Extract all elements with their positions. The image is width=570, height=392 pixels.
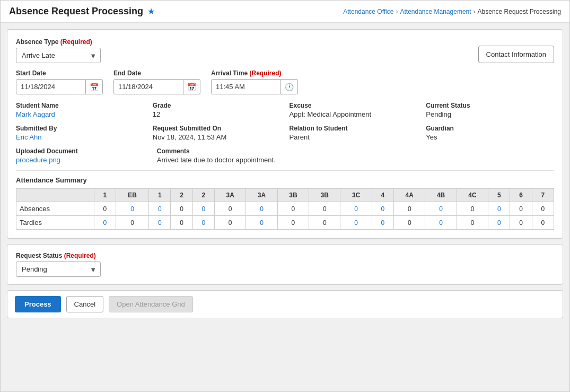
arrival-time-input-wrapper: 🕐: [211, 79, 298, 94]
end-date-input-wrapper: 📅: [113, 79, 200, 94]
end-date-calendar-icon[interactable]: 📅: [183, 80, 200, 94]
start-date-input-wrapper: 📅: [16, 79, 103, 94]
relation-to-student-label: Relation to Student: [290, 125, 418, 132]
dates-row: Start Date 📅 End Date 📅 Arrival Tim: [16, 69, 554, 94]
breadcrumb-item-3: Absence Request Processing: [478, 8, 561, 15]
arrival-time-clock-icon[interactable]: 🕐: [280, 80, 297, 94]
abs-4b[interactable]: 0: [425, 202, 457, 216]
excuse-value: Appt: Medical Appointment: [290, 110, 418, 118]
bottom-actions-bar: Process Cancel Open Attendance Grid: [7, 290, 563, 318]
col-header-3a-a: 3A: [214, 189, 245, 202]
process-button[interactable]: Process: [15, 296, 61, 312]
grade-cell: Grade 12: [153, 102, 281, 118]
excuse-cell: Excuse Appt: Medical Appointment: [290, 102, 418, 118]
tar-1b[interactable]: 0: [149, 216, 171, 230]
arrival-time-input[interactable]: [212, 80, 280, 94]
comments-value: Arrived late due to doctor appointment.: [157, 156, 554, 164]
start-date-field: Start Date 📅: [16, 69, 103, 94]
col-header-5: 5: [488, 189, 510, 202]
comments-label: Comments: [157, 147, 554, 155]
absences-row-label: Absences: [16, 202, 94, 216]
tar-1a[interactable]: 0: [94, 216, 116, 230]
favorite-icon[interactable]: ★: [147, 6, 155, 16]
col-header-3b-a: 3B: [277, 189, 309, 202]
abs-3c[interactable]: 0: [340, 202, 372, 216]
tar-4b[interactable]: 0: [425, 216, 457, 230]
col-header-1a: 1: [94, 189, 116, 202]
grade-label: Grade: [153, 102, 281, 109]
tar-5[interactable]: 0: [488, 216, 510, 230]
table-row: Absences 0 0 0 0 0 0 0 0 0 0 0 0 0: [16, 202, 554, 216]
absence-type-label: Absence Type (Required): [16, 38, 101, 46]
arrival-time-field: Arrival Time (Required) 🕐: [211, 69, 298, 94]
section-divider: [16, 170, 554, 171]
guardian-cell: Guardian Yes: [426, 125, 554, 141]
current-status-label: Current Status: [426, 102, 554, 109]
table-row: Tardies 0 0 0 0 0 0 0 0 0 0 0 0 0: [16, 216, 554, 230]
absence-type-select-wrapper: Arrive Late Early Dismissal Full Day Abs…: [16, 48, 101, 63]
guardian-label: Guardian: [426, 125, 554, 132]
absence-type-required: (Required): [60, 38, 92, 46]
start-date-calendar-icon[interactable]: 📅: [85, 80, 102, 94]
tardies-row-label: Tardies: [16, 216, 94, 230]
attendance-summary-title: Attendance Summary: [16, 176, 554, 184]
tar-3c[interactable]: 0: [340, 216, 372, 230]
guardian-value: Yes: [426, 133, 554, 141]
request-status-select[interactable]: Pending Approved Denied: [16, 262, 101, 277]
attendance-table-header-row: 1 EB 1 2 2 3A 3A 3B 3B 3C 4 4A 4B 4C: [16, 189, 554, 202]
tar-eb: 0: [116, 216, 149, 230]
abs-2a: 0: [171, 202, 192, 216]
breadcrumb-item-2[interactable]: Attendance Management: [400, 8, 471, 15]
tar-2a: 0: [171, 216, 192, 230]
request-submitted-on-cell: Request Submitted On Nov 18, 2024, 11:53…: [153, 125, 281, 141]
col-header-3a-b: 3A: [246, 189, 277, 202]
form-card: Absence Type (Required) Arrive Late Earl…: [7, 29, 563, 239]
start-date-label: Start Date: [16, 69, 103, 77]
uploaded-document-value[interactable]: procedure.png: [16, 156, 148, 164]
cancel-button[interactable]: Cancel: [66, 296, 103, 312]
tar-2b[interactable]: 0: [192, 216, 214, 230]
col-header-2b: 2: [192, 189, 214, 202]
col-header-2a: 2: [171, 189, 192, 202]
request-status-select-wrapper: Pending Approved Denied ▼: [16, 262, 101, 277]
submitted-by-value[interactable]: Eric Ahn: [16, 133, 144, 141]
start-date-input[interactable]: [16, 80, 85, 94]
breadcrumb-sep-1: ›: [396, 8, 398, 15]
abs-5[interactable]: 0: [488, 202, 510, 216]
end-date-input[interactable]: [114, 80, 183, 94]
student-name-value[interactable]: Mark Aagard: [16, 110, 144, 118]
contact-information-button[interactable]: Contact Information: [478, 46, 554, 63]
request-status-card: Request Status (Required) Pending Approv…: [7, 244, 563, 285]
info-grid-1: Student Name Mark Aagard Grade 12 Excuse…: [16, 102, 554, 118]
tar-3a-b[interactable]: 0: [246, 216, 277, 230]
tar-7: 0: [532, 216, 554, 230]
tar-6: 0: [510, 216, 532, 230]
col-header-4a: 4A: [394, 189, 425, 202]
info-grid-2: Submitted By Eric Ahn Request Submitted …: [16, 125, 554, 141]
abs-4c: 0: [457, 202, 488, 216]
col-header-empty: [16, 189, 94, 202]
abs-7: 0: [532, 202, 554, 216]
end-date-label: End Date: [113, 69, 200, 77]
tar-3b-a: 0: [277, 216, 309, 230]
abs-6: 0: [510, 202, 532, 216]
abs-1b[interactable]: 0: [149, 202, 171, 216]
uploaded-document-label: Uploaded Document: [16, 147, 148, 155]
abs-2b[interactable]: 0: [192, 202, 214, 216]
tar-3b-b: 0: [309, 216, 340, 230]
absence-type-select[interactable]: Arrive Late Early Dismissal Full Day Abs…: [16, 48, 101, 63]
abs-eb[interactable]: 0: [116, 202, 149, 216]
comments-cell: Comments Arrived late due to doctor appo…: [157, 147, 554, 164]
abs-4[interactable]: 0: [372, 202, 393, 216]
current-status-value: Pending: [426, 110, 554, 118]
page-title: Absence Request Processing: [9, 6, 143, 17]
tar-4[interactable]: 0: [372, 216, 393, 230]
open-attendance-grid-button: Open Attendance Grid: [109, 296, 193, 312]
arrival-time-label: Arrival Time (Required): [211, 69, 298, 77]
end-date-field: End Date 📅: [113, 69, 200, 94]
breadcrumb-item-1[interactable]: Attendance Office: [343, 8, 393, 15]
abs-3a-b[interactable]: 0: [246, 202, 277, 216]
submitted-by-label: Submitted By: [16, 125, 144, 132]
col-header-eb: EB: [116, 189, 149, 202]
col-header-6: 6: [510, 189, 532, 202]
